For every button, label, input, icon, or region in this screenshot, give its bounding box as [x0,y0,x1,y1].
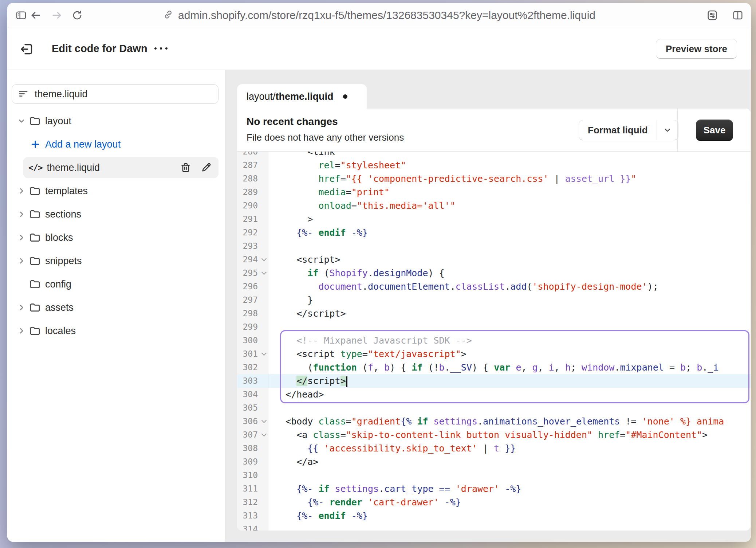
line-number[interactable]: 288 [237,172,268,185]
add-new-layout-action[interactable]: Add a new layout [7,136,221,153]
fold-chevron-icon[interactable] [261,256,267,261]
delete-file-icon[interactable] [178,162,194,173]
exit-editor-icon[interactable] [19,41,35,57]
code-line-308[interactable]: 308 {{ 'accessibility.skip_to_text' | t … [237,442,751,455]
code-line-307[interactable]: 307 <a class="skip-to-content-link butto… [237,428,751,442]
code-line-296[interactable]: 296 document.documentElement.classList.a… [237,280,751,293]
code-line-314[interactable]: 314 [237,522,751,531]
fold-chevron-icon[interactable] [261,431,267,437]
code-line-311[interactable]: 311 {%- if settings.cart_type == 'drawer… [237,482,751,496]
code-line-294[interactable]: 294 <script> [237,253,751,266]
sidebar-folder-templates[interactable]: templates [7,182,221,200]
line-number[interactable]: 310 [237,469,268,482]
line-number[interactable]: 306 [237,415,268,428]
code-line-302[interactable]: 302 (function (f, b) { if (!b.__SV) { va… [237,361,751,374]
code-line-313[interactable]: 313 {%- endif -%} [237,509,751,522]
line-number[interactable]: 305 [237,401,268,415]
fold-chevron-icon[interactable] [261,418,267,423]
sidebar-folder-layout[interactable]: layout [7,112,221,130]
sidebar-toggle-icon[interactable] [14,8,28,23]
chevron-right-icon[interactable] [16,256,27,266]
line-number[interactable]: 312 [237,496,268,509]
address-bar[interactable]: admin.shopify.com/store/rzq1xu-f5/themes… [163,3,595,27]
code-line-303[interactable]: 303 </script> [237,374,751,388]
format-options-chevron[interactable] [657,120,678,140]
line-number[interactable]: 293 [237,239,268,253]
line-number[interactable]: 299 [237,320,268,334]
line-number[interactable]: 311 [237,482,268,496]
code-line-309[interactable]: 309 </a> [237,455,751,469]
chevron-right-icon[interactable] [16,326,27,336]
line-number[interactable]: 295 [237,266,268,280]
code-line-306[interactable]: 306 <body class="gradient{% if settings.… [237,415,751,428]
format-liquid-button[interactable]: Format liquid [579,120,678,140]
code-line-312[interactable]: 312 {%- render 'cart-drawer' -%} [237,496,751,509]
file-filter-input[interactable] [34,88,212,100]
line-number[interactable]: 307 [237,428,268,442]
back-icon[interactable] [28,8,43,23]
line-number[interactable]: 286 [237,152,268,158]
code-line-286[interactable]: 286 <link [237,152,751,158]
sidebar-folder-assets[interactable]: assets [7,299,221,316]
code-line-292[interactable]: 292 {%- endif -%} [237,226,751,239]
more-actions-icon[interactable] [154,47,168,50]
selected-file-row[interactable]: </>theme.liquid [23,157,218,178]
line-number[interactable]: 297 [237,293,268,307]
line-number[interactable]: 290 [237,199,268,212]
line-number[interactable]: 313 [237,509,268,522]
code-line-290[interactable]: 290 onload="this.media='all'" [237,199,751,212]
code-line-299[interactable]: 299 [237,320,751,334]
forward-icon[interactable] [50,8,64,23]
split-view-icon[interactable] [731,8,745,23]
line-number[interactable]: 304 [237,388,268,401]
line-number[interactable]: 302 [237,361,268,374]
save-button[interactable]: Save [696,120,733,141]
code-line-287[interactable]: 287 rel="stylesheet" [237,158,751,172]
fold-chevron-icon[interactable] [261,270,267,275]
line-number[interactable]: 294 [237,253,268,266]
line-number[interactable]: 289 [237,185,268,199]
code-line-295[interactable]: 295 if (Shopify.designMode) { [237,266,751,280]
tab-theme-liquid[interactable]: layout/theme.liquid [237,84,367,109]
code-line-300[interactable]: 300 <!-- Mixpanel Javascript SDK --> [237,334,751,347]
code-editor[interactable]: 286 <link287 rel="stylesheet"288 href="{… [237,152,751,531]
code-line-304[interactable]: 304 </head> [237,388,751,401]
chevron-right-icon[interactable] [16,186,27,196]
rename-file-icon[interactable] [198,162,214,173]
line-number[interactable]: 301 [237,347,268,361]
sidebar-folder-snippets[interactable]: snippets [7,252,221,270]
reload-icon[interactable] [70,8,84,23]
code-line-297[interactable]: 297 } [237,293,751,307]
page-settings-icon[interactable] [705,8,720,23]
line-number[interactable]: 291 [237,212,268,226]
code-line-305[interactable]: 305 [237,401,751,415]
file-filter-field[interactable] [12,84,218,104]
line-number[interactable]: 300 [237,334,268,347]
chevron-right-icon[interactable] [16,303,27,312]
line-number[interactable]: 296 [237,280,268,293]
sidebar-item-theme.liquid[interactable]: </>theme.liquid [7,159,221,176]
line-number[interactable]: 287 [237,158,268,172]
code-line-310[interactable]: 310 [237,469,751,482]
line-number[interactable]: 309 [237,455,268,469]
chevron-down-icon[interactable] [16,116,27,126]
line-number[interactable]: 303 [237,374,268,388]
code-line-289[interactable]: 289 media="print" [237,185,751,199]
sidebar-folder-locales[interactable]: locales [7,322,221,340]
sidebar-folder-config[interactable]: config [7,275,221,293]
format-liquid-label[interactable]: Format liquid [579,120,657,140]
line-number[interactable]: 292 [237,226,268,239]
code-line-298[interactable]: 298 </script> [237,307,751,320]
sidebar-folder-sections[interactable]: sections [7,206,221,223]
fold-chevron-icon[interactable] [261,351,267,356]
code-line-301[interactable]: 301 <script type="text/javascript"> [237,347,751,361]
code-line-291[interactable]: 291 > [237,212,751,226]
preview-store-button[interactable]: Preview store [656,39,737,59]
line-number[interactable]: 308 [237,442,268,455]
chevron-right-icon[interactable] [16,210,27,219]
code-line-288[interactable]: 288 href="{{ 'component-predictive-searc… [237,172,751,185]
line-number[interactable]: 298 [237,307,268,320]
chevron-right-icon[interactable] [16,233,27,242]
sidebar-folder-blocks[interactable]: blocks [7,229,221,246]
code-line-293[interactable]: 293 [237,239,751,253]
